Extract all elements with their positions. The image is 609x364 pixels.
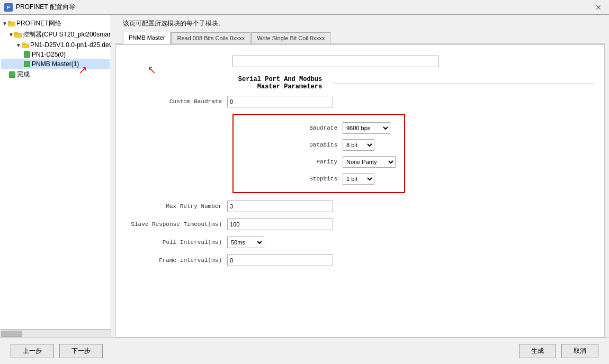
cancel-button[interactable]: 取消 [561, 344, 598, 358]
poll-interval-group: Poll Interval(ms) 50ms 10ms 100ms 200ms … [127, 236, 594, 248]
max-retry-label: Max Retry Number [127, 203, 227, 210]
parity-select[interactable]: None Parity Even Parity Odd Parity [343, 156, 396, 168]
folder-icon-controller [14, 31, 22, 39]
databits-select[interactable]: 8 bit 7 bit [343, 139, 374, 151]
parity-label: Parity [242, 159, 343, 165]
slave-response-label: Slave Response Timeout(ms) [127, 221, 227, 228]
frame-interval-label: Frame interval(ms) [127, 257, 227, 263]
bottom-right-buttons: 生成 取消 [519, 344, 598, 358]
app-icon: P [4, 3, 13, 12]
svg-rect-5 [22, 43, 25, 44]
sidebar-item-pnmb-master[interactable]: PNMB Master(1) [1, 59, 110, 69]
section-header: Serial Port And Modbus Master Parameters [127, 76, 594, 90]
expand-arrow-profinet[interactable]: ▼ [2, 21, 7, 26]
frame-interval-group: Frame interval(ms) [127, 254, 594, 266]
red-border-box: Baudrate 9600 bps 1200 bps 2400 bps 4800… [232, 114, 405, 193]
folder-icon-pn1d25v [22, 41, 29, 49]
title-bar: P PROFINET 配置向导 ✕ [0, 0, 609, 15]
title-bar-left: P PROFINET 配置向导 [4, 3, 75, 12]
green-square-icon-pn1d25-0 [23, 51, 31, 58]
sidebar-item-label-profinet: PROFINET网络 [16, 19, 61, 28]
svg-rect-3 [14, 32, 17, 34]
serial-params-section: Baudrate 9600 bps 1200 bps 2400 bps 4800… [127, 114, 594, 193]
custom-baudrate-label: Custom Baudrate [127, 98, 227, 105]
section-divider [333, 84, 594, 84]
max-retry-input[interactable] [227, 201, 333, 212]
sidebar-item-label-pnmb: PNMB Master(1) [32, 60, 79, 68]
bottom-bar: 上一步 下一步 生成 取消 [0, 338, 609, 364]
section-title: Serial Port And Modbus Master Parameters [232, 76, 328, 90]
baudrate-group: Baudrate 9600 bps 1200 bps 2400 bps 4800… [242, 122, 396, 134]
sidebar-item-pn1d25v[interactable]: ▼ PN1-D25V1.0.0-pn1-d25.dev [1, 40, 110, 50]
stopbits-group: Stopbits 1 bit 2 bit [242, 173, 396, 185]
slave-response-input[interactable] [227, 219, 333, 230]
databits-label: Databits [242, 142, 343, 148]
content-area: 该页可配置所选模块的每个子模块。 PNMB Master Read 008 Bi… [111, 15, 609, 338]
sidebar-hscroll-thumb[interactable] [1, 331, 22, 337]
sidebar-scroll: ▼ PROFINET网络 ▼ 控制器(CPU ST20_plc200smart)… [0, 15, 111, 329]
next-button[interactable]: 下一步 [59, 344, 103, 358]
sidebar-item-controller[interactable]: ▼ 控制器(CPU ST20_plc200smart) [1, 29, 110, 40]
poll-interval-select[interactable]: 50ms 10ms 100ms 200ms 500ms 1000ms [227, 236, 264, 248]
info-text: 该页可配置所选模块的每个子模块。 [115, 15, 605, 30]
expand-arrow-pn1d25v[interactable]: ▼ [16, 42, 21, 48]
tab-write-single[interactable]: Write Single Bit Coil 0xxxx [251, 32, 330, 43]
baudrate-label: Baudrate [242, 125, 343, 131]
folder-icon-profinet [8, 20, 15, 28]
poll-interval-label: Poll Interval(ms) [127, 239, 227, 245]
tab-read-008[interactable]: Read 008 Bits Coils 0xxxx [171, 32, 250, 43]
sidebar-item-profinet-network[interactable]: ▼ PROFINET网络 [1, 18, 110, 29]
databits-group: Databits 8 bit 7 bit [242, 139, 396, 151]
baudrate-select[interactable]: 9600 bps 1200 bps 2400 bps 4800 bps 1920… [343, 122, 390, 134]
sidebar-item-label-complete: 完成 [17, 70, 30, 79]
sidebar: ▼ PROFINET网络 ▼ 控制器(CPU ST20_plc200smart)… [0, 15, 111, 338]
top-text-input[interactable] [232, 56, 439, 67]
tabs-bar: PNMB Master Read 008 Bits Coils 0xxxx Wr… [115, 31, 605, 44]
parity-group: Parity None Parity Even Parity Odd Parit… [242, 156, 396, 168]
frame-interval-input[interactable] [227, 254, 333, 266]
sidebar-item-pn1d25-0[interactable]: PN1-D25(0) [1, 50, 110, 59]
close-button[interactable]: ✕ [592, 2, 605, 13]
custom-baudrate-group: Custom Baudrate [127, 96, 594, 107]
green-square-icon-complete [8, 71, 16, 78]
form-scroll-area[interactable]: Serial Port And Modbus Master Parameters… [115, 44, 605, 338]
stopbits-select[interactable]: 1 bit 2 bit [343, 173, 374, 185]
slave-response-group: Slave Response Timeout(ms) [127, 219, 594, 230]
custom-baudrate-input[interactable] [227, 96, 333, 107]
sidebar-hscroll[interactable] [0, 329, 111, 338]
green-square-icon-pnmb [23, 60, 31, 68]
main-container: ▼ PROFINET网络 ▼ 控制器(CPU ST20_plc200smart)… [0, 15, 609, 338]
sidebar-item-complete[interactable]: 完成 [1, 69, 110, 80]
svg-rect-1 [8, 21, 11, 23]
prev-button[interactable]: 上一步 [11, 344, 54, 358]
sidebar-item-label-pn1d25-0: PN1-D25(0) [32, 51, 66, 58]
sidebar-item-label-controller: 控制器(CPU ST20_plc200smart) [23, 30, 111, 39]
max-retry-group: Max Retry Number [127, 201, 594, 212]
expand-arrow-controller[interactable]: ▼ [8, 32, 14, 38]
title-bar-text: PROFINET 配置向导 [16, 3, 75, 12]
tab-pnmb-master[interactable]: PNMB Master [123, 32, 171, 44]
sidebar-item-label-pn1d25v: PN1-D25V1.0.0-pn1-d25.dev [30, 41, 111, 49]
bottom-left-buttons: 上一步 下一步 [11, 344, 103, 358]
stopbits-label: Stopbits [242, 176, 343, 182]
generate-button[interactable]: 生成 [519, 344, 556, 358]
form-content: Serial Port And Modbus Master Parameters… [116, 45, 604, 283]
